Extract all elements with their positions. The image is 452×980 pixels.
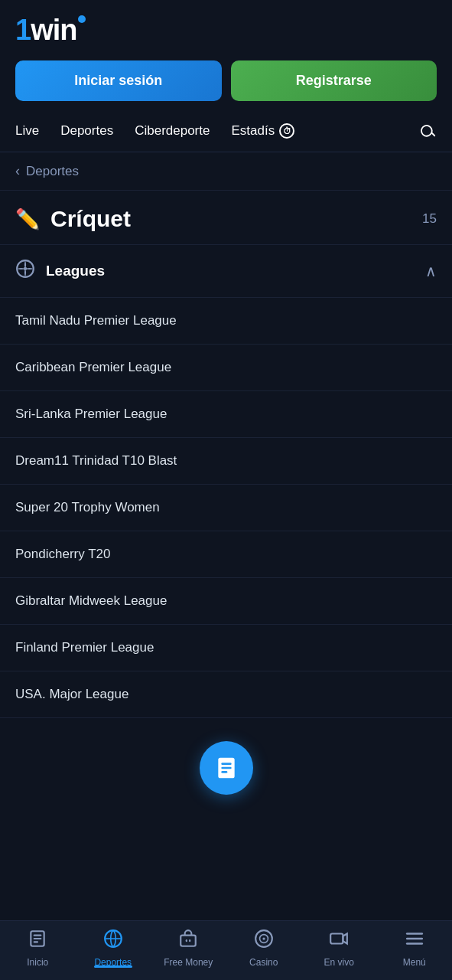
back-arrow-icon[interactable]: ‹: [15, 163, 20, 179]
bottom-nav-casino-label: Casino: [249, 957, 278, 968]
freemoney-icon: [178, 929, 198, 953]
league-item-d11t10[interactable]: Dream11 Trinidad T10 Blast: [0, 438, 452, 485]
chevron-up-icon: ∧: [425, 262, 437, 280]
leagues-icon: [15, 259, 35, 283]
menu-icon: [405, 929, 424, 953]
clock-icon: ⏱: [279, 123, 294, 139]
bottom-nav-envivo-label: En vivo: [324, 957, 354, 968]
nav-item-estadisticas[interactable]: Estadís ⏱: [231, 123, 294, 139]
bet-slip-button[interactable]: [200, 741, 253, 795]
sport-title: Críquet: [50, 206, 422, 232]
svg-rect-17: [330, 934, 343, 944]
svg-rect-13: [189, 939, 190, 942]
bottom-nav-menu[interactable]: Menú: [377, 929, 453, 968]
bottom-nav: Inicio Deportes Free Money: [0, 920, 452, 980]
bottom-nav-inicio[interactable]: Inicio: [0, 929, 76, 968]
casino-icon: [254, 929, 274, 953]
bottom-nav-casino[interactable]: Casino: [226, 929, 302, 968]
svg-point-16: [262, 937, 265, 939]
bottom-nav-deportes[interactable]: Deportes: [76, 929, 151, 968]
nav-item-deportes[interactable]: Deportes: [60, 123, 113, 139]
logo-text-win: win: [31, 14, 76, 46]
login-button[interactable]: Iniciar sesión: [15, 60, 222, 101]
svg-rect-12: [186, 939, 187, 942]
logo-one: 1: [15, 14, 31, 46]
league-item-tnpl[interactable]: Tamil Nadu Premier League: [0, 298, 452, 345]
nav-item-live[interactable]: Live: [15, 123, 39, 139]
svg-rect-5: [221, 771, 227, 773]
svg-rect-3: [221, 763, 231, 765]
svg-rect-11: [181, 936, 197, 946]
svg-rect-8: [34, 938, 42, 939]
svg-rect-9: [34, 941, 39, 942]
league-item-slpl[interactable]: Sri-Lanka Premier League: [0, 391, 452, 438]
bottom-nav-envivo[interactable]: En vivo: [301, 929, 377, 968]
inicio-icon: [28, 929, 47, 953]
register-button[interactable]: Registrarse: [231, 60, 437, 101]
bottom-nav-inicio-label: Inicio: [27, 957, 48, 968]
league-item-usaml[interactable]: USA. Major League: [0, 671, 452, 718]
svg-point-1: [24, 267, 27, 270]
leagues-list: Tamil Nadu Premier League Caribbean Prem…: [0, 298, 452, 718]
logo: 1win: [15, 14, 437, 47]
active-indicator: [94, 965, 132, 968]
sport-header: ✏️ Críquet 15: [0, 191, 452, 245]
search-button[interactable]: [420, 121, 437, 141]
svg-rect-7: [34, 935, 42, 936]
logo-dot: [78, 15, 86, 23]
league-item-pt20[interactable]: Pondicherry T20: [0, 531, 452, 578]
league-item-gml[interactable]: Gibraltar Midweek League: [0, 578, 452, 625]
nav-item-ciberdeporte[interactable]: Ciberdeporte: [135, 123, 210, 139]
leagues-title: Leagues: [46, 263, 425, 279]
auth-buttons: Iniciar sesión Registrarse: [15, 60, 437, 101]
svg-rect-4: [221, 767, 231, 769]
leagues-header[interactable]: Leagues ∧: [0, 245, 452, 298]
league-item-s20tw[interactable]: Super 20 Trophy Women: [0, 485, 452, 531]
breadcrumb: ‹ Deportes: [0, 152, 452, 191]
nav-bar: Live Deportes Ciberdeporte Estadís ⏱: [0, 110, 452, 152]
bet-button-container: [0, 726, 452, 810]
bottom-nav-menu-label: Menú: [403, 957, 426, 968]
header: 1win Iniciar sesión Registrarse: [0, 0, 452, 110]
league-item-cpl[interactable]: Caribbean Premier League: [0, 345, 452, 391]
deportes-icon: [103, 929, 123, 953]
bottom-nav-freemoney-label: Free Money: [164, 957, 213, 968]
breadcrumb-label[interactable]: Deportes: [26, 164, 79, 179]
league-item-fpl[interactable]: Finland Premier League: [0, 625, 452, 671]
bottom-nav-freemoney[interactable]: Free Money: [151, 929, 226, 968]
envivo-icon: [329, 929, 349, 953]
cricket-icon: ✏️: [15, 207, 40, 231]
sport-count: 15: [422, 211, 437, 227]
